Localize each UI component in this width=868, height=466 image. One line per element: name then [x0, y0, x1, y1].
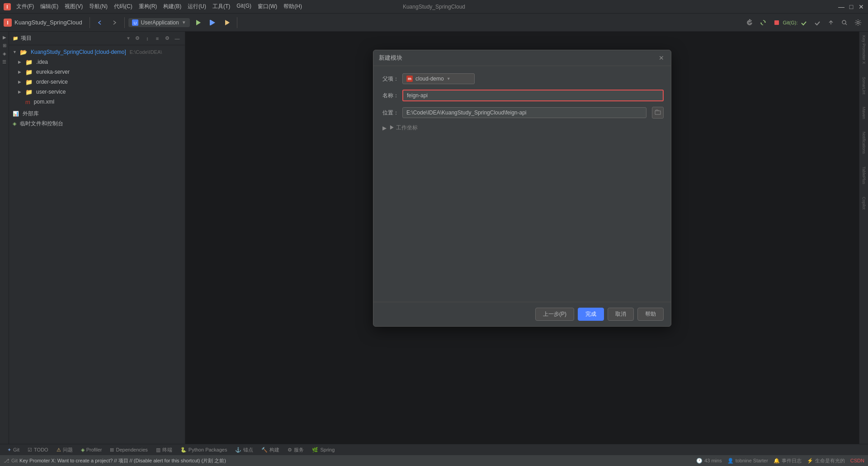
tab-problems[interactable]: ⚠ 问题 — [53, 445, 76, 455]
panel-settings-btn[interactable]: ⚙ — [133, 34, 142, 43]
menu-build[interactable]: 构建(B) — [160, 2, 184, 11]
status-keymapping[interactable]: ⚡ 生命是有光的 — [807, 457, 845, 464]
panel-collapse-btn[interactable]: ↕ — [143, 34, 151, 43]
close-button[interactable]: ✕ — [858, 4, 864, 10]
tree-pom-item[interactable]: ▶ m pom.xml — [9, 97, 185, 107]
svg-text:I: I — [7, 20, 8, 25]
debug-button[interactable] — [206, 16, 219, 29]
menu-help[interactable]: 帮助(H) — [281, 2, 305, 11]
tab-build[interactable]: 🔨 构建 — [258, 445, 283, 455]
menu-navigate[interactable]: 导航(N) — [86, 2, 110, 11]
git-update-btn[interactable]: Git(G): — [784, 16, 797, 29]
modal-title: 新建模块 — [379, 54, 657, 62]
tree-order-item[interactable]: ▶ 📁 order-service — [9, 77, 185, 87]
tab-services[interactable]: ⚙ 服务 — [284, 445, 307, 455]
maximize-button[interactable]: □ — [848, 4, 854, 10]
tab-spring[interactable]: 🌿 Spring — [308, 446, 338, 454]
tableplus-label[interactable]: TablePlus — [862, 165, 866, 186]
eureka-item-name: eureka-server — [36, 69, 70, 75]
tab-anchor[interactable]: ⚓ 锚点 — [231, 445, 257, 455]
maven-label[interactable]: Maven — [862, 105, 866, 121]
deps-tab-label: Dependencies — [116, 447, 147, 452]
tab-profiler[interactable]: ◈ Profiler — [77, 446, 106, 454]
coverage-button[interactable] — [221, 16, 233, 29]
notification-label: 事件日志 — [782, 457, 802, 464]
menu-run[interactable]: 运行(U) — [185, 2, 209, 11]
git-branch-icon: ⎇ — [4, 458, 9, 464]
left-strip-icon-4[interactable]: ☰ — [1, 58, 8, 65]
tree-external-libs[interactable]: 📊 外部库 — [9, 109, 185, 119]
run-configuration[interactable]: U UserApplication ▼ — [128, 18, 190, 27]
git-commit-btn[interactable] — [811, 16, 824, 29]
git-status-item[interactable]: ⎇ Git — [4, 458, 18, 464]
menu-code[interactable]: 代码(C) — [111, 2, 135, 11]
copilot-label[interactable]: Copilot — [862, 195, 866, 211]
cancel-button[interactable]: 取消 — [608, 308, 634, 321]
menu-git[interactable]: Git(G) — [234, 2, 254, 11]
menu-refactor[interactable]: 重构(R) — [136, 2, 160, 11]
left-strip-icon-2[interactable]: ⊞ — [1, 42, 8, 49]
location-input[interactable] — [402, 107, 646, 118]
forward-button[interactable] — [108, 16, 121, 29]
toolbar-search-btn[interactable] — [838, 16, 851, 29]
tree-temp-files[interactable]: ◈ 临时文件和控制台 — [9, 119, 185, 128]
menu-view[interactable]: 视图(V) — [62, 2, 85, 11]
root-item-path: E:\Code\IDEA\ — [130, 49, 162, 55]
eureka-arrow: ▶ — [18, 70, 23, 74]
todo-tab-label: TODO — [34, 447, 48, 452]
sonarlint-label[interactable]: SonarLint — [862, 75, 866, 96]
menu-file[interactable]: 文件(F) — [14, 2, 37, 11]
name-label: 名称： — [381, 92, 399, 100]
left-strip-icon-3[interactable]: ◈ — [1, 50, 8, 57]
tab-python-packages[interactable]: 🐍 Python Packages — [177, 446, 231, 454]
git-branch-label: Git — [11, 458, 18, 463]
panel-sort-btn[interactable]: ≡ — [153, 34, 161, 43]
menu-window[interactable]: 窗口(W) — [255, 2, 280, 11]
project-title: KuangStudy_SpringCloud — [14, 19, 82, 26]
menu-edit[interactable]: 编辑(E) — [38, 2, 61, 11]
tab-terminal[interactable]: ▥ 终端 — [152, 445, 176, 455]
tab-todo[interactable]: ☑ TODO — [24, 446, 52, 454]
tree-eureka-item[interactable]: ▶ 📁 eureka-server — [9, 67, 185, 77]
modal-close-button[interactable]: ✕ — [657, 54, 665, 62]
status-time[interactable]: 🕐 43 mins — [696, 458, 722, 464]
toolbar-refresh-btn[interactable] — [743, 16, 756, 29]
stop-button[interactable] — [770, 16, 783, 29]
tree-idea-item[interactable]: ▶ 📁 .idea — [9, 57, 185, 67]
idea-arrow: ▶ — [18, 60, 23, 64]
status-notifications[interactable]: 🔔 事件日志 — [774, 457, 802, 464]
project-panel-header: 📁 项目 ▼ ⚙ ↕ ≡ ⚙ — — [9, 32, 185, 45]
help-button[interactable]: 帮助 — [637, 308, 664, 321]
status-user[interactable]: 👤 tobnine Starter — [727, 458, 768, 464]
finish-button[interactable]: 完成 — [578, 308, 604, 321]
panel-close-btn[interactable]: — — [173, 34, 181, 43]
left-strip-icon-1[interactable]: ▶ — [1, 33, 8, 41]
menu-tools[interactable]: 工具(T) — [210, 2, 233, 11]
tab-git[interactable]: ✦ Git — [4, 446, 23, 454]
run-button[interactable] — [192, 16, 204, 29]
tab-dependencies[interactable]: ⊞ Dependencies — [106, 446, 151, 454]
back-button[interactable] — [94, 16, 106, 29]
toolbar-settings-btn[interactable] — [852, 16, 864, 29]
panel-dropdown-arrow[interactable]: ▼ — [126, 36, 131, 41]
minimize-button[interactable]: — — [838, 4, 844, 10]
folder-icon: 📁 — [13, 36, 18, 41]
git-push-btn[interactable] — [825, 16, 837, 29]
parent-select[interactable]: m cloud-demo ▼ — [402, 73, 475, 84]
git-check-btn[interactable] — [797, 16, 810, 29]
todo-tab-icon: ☑ — [28, 447, 32, 453]
key-promoter-label[interactable]: Key Promoter X — [862, 33, 866, 66]
tree-user-item[interactable]: ▶ 📁 user-service — [9, 87, 185, 97]
status-csdn[interactable]: CSDN — [850, 458, 864, 463]
panel-filter-btn[interactable]: ⚙ — [163, 34, 171, 43]
work-coord-row[interactable]: ▶ ▶ 工作坐标 — [381, 124, 664, 132]
browse-button[interactable] — [652, 107, 664, 119]
name-input[interactable] — [402, 90, 664, 101]
parent-row: 父项： m cloud-demo ▼ — [381, 73, 664, 84]
toolbar-separator-1 — [90, 17, 90, 28]
back-button[interactable]: 上一步(P) — [535, 308, 574, 321]
services-tab-icon: ⚙ — [288, 447, 292, 453]
notifications-label[interactable]: Notifications — [862, 130, 866, 156]
tree-root-item[interactable]: ▼ 📂 KuangStudy_SpringCloud [cloud-demo] … — [9, 47, 185, 57]
toolbar-sync-btn[interactable] — [757, 16, 769, 29]
